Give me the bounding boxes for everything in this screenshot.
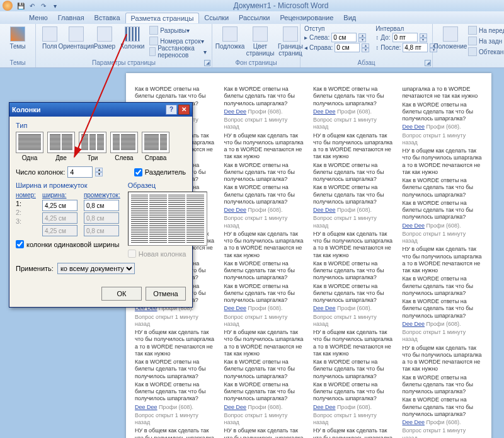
tab-review[interactable]: Рецензирование: [275, 13, 338, 23]
ribbon: Темы Темы Поля Ориентация Размер Колонки…: [0, 24, 504, 68]
indent-right-icon: ◂: [304, 44, 307, 51]
new-column-checkbox: Новая колонка: [128, 250, 207, 258]
group-themes: Темы: [4, 59, 32, 67]
type-right[interactable]: Справа: [142, 132, 169, 161]
tab-mailings[interactable]: Рассылки: [234, 13, 275, 23]
gap-2-input: [84, 212, 119, 224]
paragraph-launcher[interactable]: ◢: [425, 60, 431, 66]
type-left[interactable]: Слева: [110, 132, 138, 161]
space-before-spinner[interactable]: ▴▾: [420, 33, 427, 42]
dialog-titlebar[interactable]: Колонки ? ✕: [9, 103, 192, 117]
dialog-help-button[interactable]: ?: [166, 105, 177, 115]
hyphenation-icon: [149, 47, 156, 56]
size-icon: [97, 26, 112, 42]
office-button[interactable]: [3, 1, 13, 11]
text-column[interactable]: Как в WORDE ответы на билеты сделать так…: [224, 86, 305, 438]
bring-front-button[interactable]: На перед: [467, 25, 504, 35]
position-icon: [443, 26, 458, 42]
divider-checkbox[interactable]: Разделитель: [134, 168, 186, 176]
dialog-close-button[interactable]: ✕: [178, 105, 190, 115]
qat-save-icon[interactable]: 💾: [16, 1, 25, 10]
themes-button[interactable]: Темы: [4, 25, 32, 51]
apply-label: Применить:: [16, 265, 54, 272]
space-after-input[interactable]: [403, 43, 428, 52]
group-page-setup: Параметры страницы: [40, 59, 208, 67]
group-paragraph: Абзац: [304, 59, 428, 67]
count-label: Число колонок:: [16, 168, 65, 176]
space-after-icon: ↕: [375, 44, 379, 51]
indent-right-spinner[interactable]: ▴▾: [362, 43, 369, 52]
page-color-icon: [253, 26, 268, 42]
window-title: Документ1 - Microsoft Word: [60, 1, 501, 10]
page-borders-icon: [283, 26, 298, 42]
size-button[interactable]: Размер: [93, 25, 117, 51]
sample-preview: [128, 192, 207, 246]
qat-more-icon[interactable]: ▾: [50, 1, 59, 10]
type-two[interactable]: Две: [47, 132, 75, 161]
gap-1-input[interactable]: [84, 200, 119, 211]
group-page-bg: Фон страницы: [216, 59, 296, 67]
breaks-button[interactable]: Разрывы ▾: [148, 25, 208, 35]
margins-button[interactable]: Поля: [40, 25, 60, 51]
dialog-title: Колонки: [12, 106, 166, 113]
hyphenation-button[interactable]: Расстановка переносов ▾: [148, 47, 208, 57]
spacing-heading: Интервал: [375, 25, 437, 32]
widths-label: Ширина и промежуток: [16, 182, 120, 189]
tab-home[interactable]: Главная: [53, 13, 89, 23]
indent-left-spinner[interactable]: ▴▾: [358, 33, 366, 42]
columns-button[interactable]: Колонки: [119, 25, 146, 51]
orientation-button[interactable]: Ориентация: [62, 25, 90, 51]
columns-icon: [125, 26, 140, 42]
orientation-icon: [69, 26, 84, 42]
themes-label: Темы: [9, 43, 25, 50]
ribbon-tabs: Меню Главная Вставка Разметка страницы С…: [0, 11, 504, 24]
indent-left-input[interactable]: [331, 33, 357, 42]
text-column[interactable]: шпаргалка а то в WORDE печатаются не так…: [403, 86, 483, 438]
column-count-spinner[interactable]: ▴▾: [95, 168, 103, 176]
breaks-icon: [149, 26, 158, 35]
tab-insert[interactable]: Вставка: [89, 13, 125, 23]
apply-select[interactable]: ко всему документу: [57, 263, 135, 274]
text-wrap-button[interactable]: Обтекани: [467, 47, 504, 57]
page-setup-launcher[interactable]: ◢: [204, 60, 210, 66]
watermark-icon: [222, 26, 238, 42]
indent-heading: Отступ: [304, 25, 369, 32]
position-button[interactable]: Положение: [437, 25, 464, 51]
type-label: Тип: [16, 122, 186, 129]
width-1-input[interactable]: [42, 200, 77, 211]
type-one[interactable]: Одна: [16, 132, 43, 161]
text-column[interactable]: Как в WORDE ответы на билеты сделать так…: [313, 86, 394, 438]
line-numbers-icon: [149, 37, 158, 45]
title-bar: 💾 ↶ ↷ ▾ Документ1 - Microsoft Word: [0, 0, 504, 11]
qat-undo-icon[interactable]: ↶: [28, 1, 37, 10]
qat-redo-icon[interactable]: ↷: [39, 1, 48, 10]
column-count-input[interactable]: [67, 166, 93, 178]
tab-page-layout[interactable]: Разметка страницы: [125, 13, 200, 23]
margins-icon: [42, 26, 57, 42]
width-3-input: [42, 225, 77, 236]
space-before-icon: ↕: [375, 34, 379, 41]
space-before-input[interactable]: [392, 33, 418, 42]
tab-view[interactable]: Вид: [338, 13, 361, 23]
ok-button[interactable]: ОК: [101, 287, 142, 301]
tab-menu[interactable]: Меню: [24, 13, 53, 23]
send-back-button[interactable]: На задн: [467, 36, 504, 46]
themes-icon: [10, 26, 25, 42]
watermark-button[interactable]: Подложка: [216, 25, 244, 51]
indent-left-icon: ▸: [304, 34, 307, 41]
gap-3-input: [84, 225, 119, 236]
cancel-button[interactable]: Отмена: [146, 287, 186, 301]
equal-width-checkbox[interactable]: колонки одинаковой ширины: [16, 240, 120, 248]
tab-references[interactable]: Ссылки: [199, 13, 234, 23]
type-three[interactable]: Три: [79, 132, 106, 161]
indent-right-input[interactable]: [335, 43, 360, 52]
width-2-input: [42, 212, 77, 224]
columns-dialog: Колонки ? ✕ Тип Одна Две Три Слева Справ…: [9, 102, 193, 308]
page-color-button[interactable]: Цвет страницы: [246, 25, 274, 58]
sample-label: Образец: [128, 182, 207, 189]
